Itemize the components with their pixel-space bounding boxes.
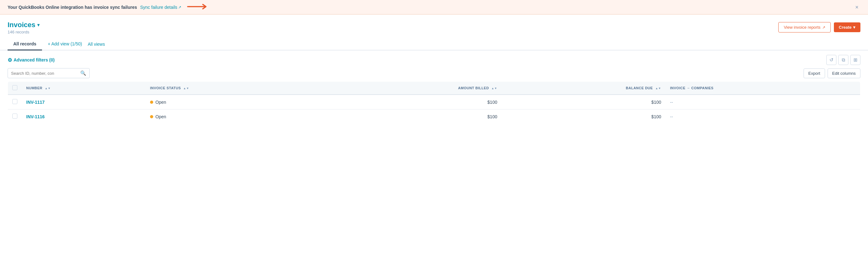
main-content: Invoices ▾ 146 records View invoice repo… xyxy=(0,14,868,258)
row-checkbox[interactable] xyxy=(12,114,18,119)
th-balance-due-label: BALANCE DUE xyxy=(626,86,653,90)
banner-close-button[interactable]: × xyxy=(853,4,861,11)
copy-button[interactable]: ⧉ xyxy=(838,55,848,65)
th-number-label: NUMBER xyxy=(26,86,42,90)
toolbar-right-actions: ↺ ⧉ ⊞ xyxy=(826,55,861,65)
tabs-row: All records + Add view (1/50) All views xyxy=(0,34,868,50)
row-checkbox[interactable] xyxy=(12,99,18,104)
search-icon: 🔍 xyxy=(80,70,86,76)
external-link-icon: ↗ xyxy=(178,5,181,9)
create-button[interactable]: Create ▾ xyxy=(834,23,861,32)
sync-failure-banner: Your QuickBooks Online integration has i… xyxy=(0,0,868,14)
table-header: NUMBER ▲▼ INVOICE STATUS ▲▼ AMOUNT BILLE… xyxy=(8,82,861,95)
table-row: INV-1116 Open $100 $100 -- xyxy=(8,109,861,124)
row-checkbox-cell xyxy=(8,95,22,109)
table-row: INV-1117 Open $100 $100 -- xyxy=(8,95,861,109)
tab-all-records[interactable]: All records xyxy=(7,39,42,50)
th-invoice-status-label: INVOICE STATUS xyxy=(150,86,181,90)
th-amount-billed: AMOUNT BILLED ▲▼ xyxy=(324,82,502,95)
search-input[interactable] xyxy=(11,71,78,76)
banner-content: Your QuickBooks Online integration has i… xyxy=(7,3,212,11)
status-sort-icon[interactable]: ▲▼ xyxy=(183,87,189,90)
status-label: Open xyxy=(155,100,166,105)
invoices-table-container: NUMBER ▲▼ INVOICE STATUS ▲▼ AMOUNT BILLE… xyxy=(0,81,868,124)
row-status-cell: Open xyxy=(146,95,324,109)
invoices-table: NUMBER ▲▼ INVOICE STATUS ▲▼ AMOUNT BILLE… xyxy=(7,81,861,124)
select-all-checkbox[interactable] xyxy=(12,85,18,90)
row-status-cell: Open xyxy=(146,109,324,124)
edit-columns-button[interactable]: Edit columns xyxy=(828,68,861,78)
save-icon: ⊞ xyxy=(854,57,858,63)
banner-arrow-decoration xyxy=(187,3,212,11)
number-sort-icon[interactable]: ▲▼ xyxy=(45,87,51,90)
row-companies: -- xyxy=(665,109,860,124)
page-header: Invoices ▾ 146 records View invoice repo… xyxy=(0,14,868,34)
header-actions: View invoice reports ↗ Create ▾ xyxy=(778,22,861,33)
page-title[interactable]: Invoices ▾ xyxy=(7,21,39,29)
row-amount-billed: $100 xyxy=(324,95,502,109)
copy-icon: ⧉ xyxy=(842,57,845,63)
status-dot-open xyxy=(150,115,153,118)
create-chevron-icon: ▾ xyxy=(853,25,856,30)
view-invoice-reports-button[interactable]: View invoice reports ↗ xyxy=(778,22,830,33)
th-companies: INVOICE → COMPANIES xyxy=(665,82,860,95)
external-link-icon: ↗ xyxy=(822,25,825,30)
th-balance-due: BALANCE DUE ▲▼ xyxy=(502,82,665,95)
records-count: 146 records xyxy=(7,30,39,34)
status-dot-open xyxy=(150,101,153,104)
undo-icon: ↺ xyxy=(830,57,834,63)
sync-failure-link-text: Sync failure details xyxy=(140,5,178,10)
row-checkbox-cell xyxy=(8,109,22,124)
th-select-all[interactable] xyxy=(8,82,22,95)
toolbar-row: ⚙ Advanced filters (0) ↺ ⧉ ⊞ xyxy=(0,50,868,68)
page-title-text: Invoices xyxy=(7,21,35,29)
save-view-button[interactable]: ⊞ xyxy=(850,55,861,65)
th-amount-billed-label: AMOUNT BILLED xyxy=(458,86,489,90)
tab-all-views[interactable]: All views xyxy=(88,39,111,50)
status-label: Open xyxy=(155,114,166,119)
row-number-cell: INV-1116 xyxy=(22,109,146,124)
balance-sort-icon[interactable]: ▲▼ xyxy=(655,87,661,90)
row-balance-due: $100 xyxy=(502,109,665,124)
filters-label: Advanced filters (0) xyxy=(13,58,55,63)
amount-sort-icon[interactable]: ▲▼ xyxy=(491,87,497,90)
row-number-cell: INV-1117 xyxy=(22,95,146,109)
view-reports-label: View invoice reports xyxy=(784,25,820,30)
row-amount-billed: $100 xyxy=(324,109,502,124)
export-button[interactable]: Export xyxy=(804,68,825,78)
table-body: INV-1117 Open $100 $100 -- xyxy=(8,95,861,124)
create-label: Create xyxy=(839,25,851,30)
row-companies: -- xyxy=(665,95,860,109)
row-balance-due: $100 xyxy=(502,95,665,109)
search-box: 🔍 xyxy=(7,68,90,78)
undo-button[interactable]: ↺ xyxy=(826,55,836,65)
th-companies-label: INVOICE → COMPANIES xyxy=(670,86,714,90)
search-actions: Export Edit columns xyxy=(804,68,861,78)
invoice-link[interactable]: INV-1117 xyxy=(26,100,44,105)
filter-lines-icon: ⚙ xyxy=(7,57,12,63)
search-row: 🔍 Export Edit columns xyxy=(0,68,868,81)
banner-message: Your QuickBooks Online integration has i… xyxy=(7,5,137,10)
title-chevron-icon: ▾ xyxy=(37,23,39,28)
advanced-filters-button[interactable]: ⚙ Advanced filters (0) xyxy=(7,57,55,63)
tab-add-view[interactable]: + Add view (1/50) xyxy=(42,39,88,50)
sync-failure-link[interactable]: Sync failure details ↗ xyxy=(140,5,182,10)
page-title-area: Invoices ▾ 146 records xyxy=(7,21,39,34)
th-number: NUMBER ▲▼ xyxy=(22,82,146,95)
invoice-link[interactable]: INV-1116 xyxy=(26,114,44,119)
th-invoice-status: INVOICE STATUS ▲▼ xyxy=(146,82,324,95)
